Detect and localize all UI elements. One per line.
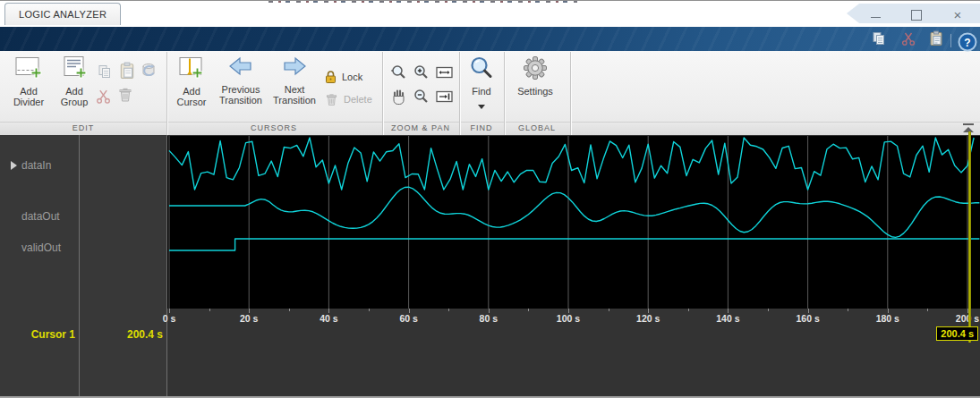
copy-button[interactable] [95,62,115,81]
minor-tick [209,309,210,311]
trash-icon [116,86,134,104]
lock-cursor-button[interactable]: Lock [324,68,362,86]
tick-label: 40 s [320,313,337,324]
cursor-time-flag[interactable]: 200.4 s [936,326,978,341]
quick-access-toolbar [847,4,980,23]
minor-tick [609,309,609,311]
find-label: Find [462,86,501,97]
pan-button[interactable] [388,87,408,106]
zoom-out-icon [413,88,430,106]
add-cursor-label: Add Cursor [168,86,215,107]
time-cursor-line[interactable] [968,131,971,343]
waveform-canvas[interactable] [167,136,980,309]
signal-row-validOut[interactable]: validOut [0,241,166,255]
tick-label: 180 s [876,313,899,324]
signal-row-dataOut[interactable]: dataOut [0,209,166,224]
help-button[interactable]: ? [958,32,977,52]
section-divider [459,52,460,135]
cut-button[interactable] [93,86,113,106]
previous-transition-button[interactable]: Previous Transition [213,54,268,118]
section-label-zoom-pan: ZOOM & PAN [391,123,450,132]
section-label-global: GLOBAL [518,123,556,132]
settings-label: Settings [510,86,560,97]
replace-icon [140,62,158,80]
section-divider [504,52,505,135]
add-cursor-icon [178,55,205,80]
delete-cursor-label: Delete [344,94,372,105]
cut-icon[interactable] [899,30,917,47]
zoom-to-cursor-icon [435,88,454,106]
zoom-in-icon [413,64,430,81]
signal-name: dataIn [21,159,51,172]
tab-logic-analyzer[interactable]: LOGIC ANALYZER [4,3,121,25]
minor-tick [448,309,449,311]
find-dropdown-icon [478,105,485,109]
add-divider-icon [14,55,43,80]
tick-label: 100 s [557,313,580,324]
tick-label: 80 s [480,313,498,324]
fit-to-view-button[interactable] [434,63,454,82]
signal-name: dataOut [21,210,60,223]
section-divider [570,52,571,135]
toolstrip-tab-band [0,27,980,51]
cursor-value-readout[interactable]: 200.4 s [82,328,163,341]
add-cursor-button[interactable]: Add Cursor [168,54,215,118]
lock-icon [324,70,337,84]
copy-icon[interactable] [870,30,888,47]
tick-label: 160 s [796,313,819,324]
find-icon [469,55,494,80]
question-mark-icon: ? [964,37,970,49]
quick-access-separator [950,34,951,47]
hand-pan-icon [389,88,407,106]
zoom-out-button[interactable] [412,87,431,106]
paste-icon [118,62,136,80]
waveform-workspace: dataIn dataOut validOut 0 s20 s40 s60 s8… [0,135,980,398]
delete-cursor-button[interactable]: Delete [324,90,372,108]
dataOut-trace [169,187,979,237]
background-window-clipped-text [268,1,577,3]
minor-tick [289,309,290,311]
add-divider-button[interactable]: Add Divider [4,54,54,118]
tick-label: 140 s [716,313,739,324]
previous-transition-label: Previous Transition [213,84,268,106]
section-label-find: FIND [471,123,493,132]
zoom-in-time-button[interactable] [388,63,408,82]
zoom-in-button[interactable] [412,63,431,82]
expand-arrow-icon[interactable] [11,161,17,170]
trash-icon [324,92,339,107]
tick-label: 120 s [636,313,660,324]
section-divider [382,52,383,135]
lock-label: Lock [342,72,362,82]
minor-tick [927,309,928,311]
settings-button[interactable]: Settings [510,54,560,118]
toolstrip: EDIT CURSORS ZOOM & PAN FIND GLOBAL Add … [0,51,980,135]
dataIn-trace [169,138,974,190]
delete-button[interactable] [115,85,135,105]
arrow-right-icon [281,55,308,79]
signal-name: validOut [21,241,61,254]
cursor-name-readout[interactable]: Cursor 1 [0,328,75,341]
paste-button[interactable] [117,61,137,80]
section-label-cursors: CURSORS [251,123,297,132]
signal-row-dataIn[interactable]: dataIn [0,158,166,173]
cut-icon [95,88,112,105]
fit-to-view-icon [435,64,454,81]
zoom-to-cursor-button[interactable] [434,87,454,106]
add-group-icon [60,55,89,80]
next-transition-label: Next Transition [268,84,320,106]
copy-icon [97,64,113,80]
paste-icon[interactable] [927,30,945,47]
time-axis: 0 s20 s40 s60 s80 s100 s120 s140 s160 s1… [0,309,980,398]
minor-tick [848,309,848,311]
add-group-button[interactable]: Add Group [54,54,95,118]
add-group-label: Add Group [54,86,95,107]
arrow-left-icon [227,55,254,79]
section-divider [166,52,167,135]
tick-label: 60 s [399,313,417,324]
next-transition-button[interactable]: Next Transition [268,54,320,118]
replace-button[interactable] [139,61,158,80]
minor-tick [688,309,689,311]
find-button[interactable]: Find [462,54,501,118]
tick-label: 0 s [163,313,176,324]
logic-analyzer-window: Logic Analyzer × LOGIC ANALYZER ? EDIT C [0,0,980,398]
